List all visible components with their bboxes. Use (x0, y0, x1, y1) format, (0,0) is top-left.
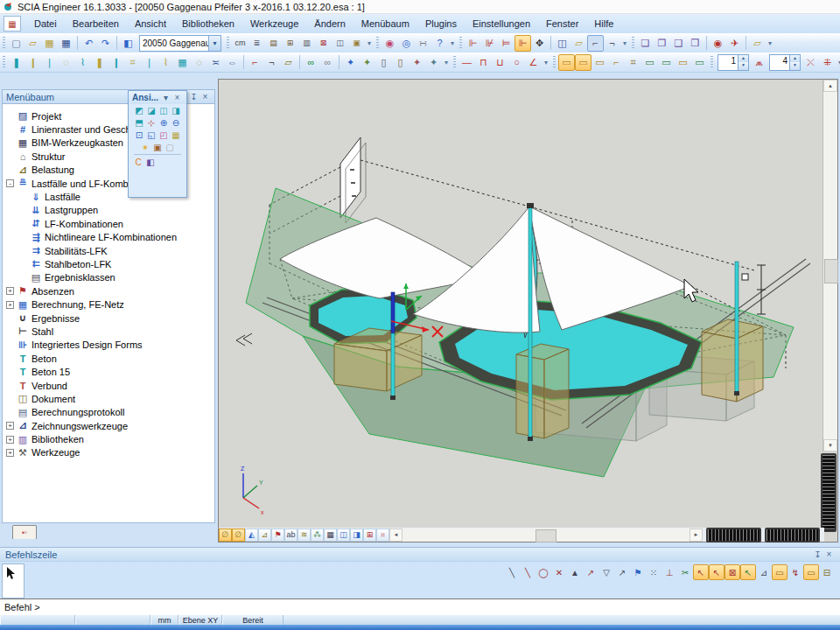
open-folder-icon[interactable]: ▱ (24, 35, 41, 52)
vertical-scrollbar[interactable]: ▲ ▼ (822, 80, 837, 452)
scroll-down-icon[interactable]: ▼ (823, 439, 837, 452)
bim-panel-icon[interactable]: ▭ (641, 54, 658, 71)
horizontal-pan-wheel-2[interactable] (765, 528, 820, 542)
bim-grid-icon[interactable]: ⌗ (625, 54, 641, 71)
dim-angle-icon[interactable]: ∠ (525, 54, 542, 71)
toolbar-overflow[interactable]: ▾ (836, 59, 840, 66)
bim-panel3-icon[interactable]: ▭ (675, 54, 691, 71)
reverse-icon[interactable]: ⇔ (224, 54, 241, 71)
tree-ergebnisse[interactable]: ∪ Ergebnisse (3, 312, 214, 325)
ucs-icon[interactable]: ⊹ (145, 116, 158, 129)
command-input[interactable]: Befehl > (0, 598, 840, 615)
snap-endpoint-icon[interactable]: ╲ (520, 564, 536, 580)
tree-beton15[interactable]: T Beton 15 (3, 365, 214, 378)
chevron-down-icon[interactable]: ▼ (208, 36, 220, 51)
snap-box1-icon[interactable]: ▭ (772, 564, 788, 580)
scroll-up-icon[interactable]: ▲ (823, 80, 837, 92)
select-plane-icon[interactable]: ▱ (280, 54, 297, 71)
dim-running-icon[interactable]: ⊓ (475, 54, 492, 71)
view-side-icon[interactable]: ◨ (170, 104, 182, 116)
tree-expander[interactable]: + (6, 449, 14, 457)
toolbar-grip[interactable] (227, 37, 229, 50)
cross-section-icon[interactable]: ▥ (298, 35, 315, 52)
tree-stabilitaets[interactable]: ⇉ Stabilitäts-LFK (3, 244, 214, 257)
tree-werkzeuge[interactable]: + ⚒ Werkzeuge (3, 446, 214, 459)
tree-stahlbeton[interactable]: ⇇ Stahlbeton-LFK (3, 257, 214, 270)
paste-special-icon[interactable]: ✦ (425, 54, 442, 71)
show-grid-icon[interactable]: ▦ (324, 528, 337, 542)
toolbar-grip[interactable] (710, 56, 713, 69)
snap-box2-icon[interactable]: ▭ (803, 564, 819, 580)
zoom-in-icon[interactable]: ⊕ (158, 116, 170, 129)
new-file-icon[interactable]: ▢ (8, 35, 24, 52)
paste-icon[interactable]: ▯ (392, 54, 409, 71)
filter-b-icon[interactable]: ¬ (604, 35, 620, 52)
track-cursor2-icon[interactable]: ↖ (709, 564, 724, 580)
snap-clear-icon[interactable]: ✕ (551, 564, 567, 580)
view-dialog-icon[interactable]: ◫ (337, 528, 350, 542)
scroll-right-icon[interactable]: ► (690, 528, 703, 542)
join-ends-icon[interactable]: ≍ (207, 54, 224, 71)
select-line-icon[interactable]: ⌐ (247, 54, 263, 71)
tree-expander[interactable]: + (6, 436, 14, 444)
view-top-icon[interactable]: ◪ (145, 104, 158, 116)
select-poly-icon[interactable]: ¬ (263, 54, 280, 71)
show-model-data-icon[interactable]: ⁂ (311, 528, 324, 542)
view-dialog2-icon[interactable]: ◨ (350, 528, 363, 542)
tree-berechnung[interactable]: + ▦ Berechnung, FE-Netz (3, 298, 214, 311)
toolbar-grip[interactable] (459, 37, 462, 50)
fe-mesh-icon[interactable]: ⊞ (363, 528, 376, 542)
add-rib-icon[interactable]: ⌇ (74, 54, 91, 71)
horizontal-pan-wheel-1[interactable] (706, 528, 761, 542)
viewport-3d-canvas[interactable]: Z Y x (219, 80, 824, 528)
menu-datei[interactable]: Datei (26, 18, 65, 29)
intersect-icon[interactable]: ◌ (191, 54, 207, 71)
measure-icon[interactable]: ∺ (415, 35, 431, 52)
horizontal-scroll-thumb[interactable] (536, 529, 556, 542)
camera-store-icon[interactable]: ▣ (151, 141, 164, 153)
tree-nichtlineare[interactable]: ⇶ Nichtlineare LF-Kombinationen (3, 231, 214, 244)
track-cursor3-icon[interactable]: ↖ (740, 564, 756, 580)
connect-member-icon[interactable]: ⌗ (124, 54, 141, 71)
connect-selected-icon[interactable]: ⊩ (514, 35, 531, 52)
snap-list-icon[interactable]: ⊟ (819, 564, 835, 580)
close-icon[interactable]: × (823, 550, 835, 559)
tree-expander[interactable]: - (6, 179, 14, 187)
tree-stahl[interactable]: ⊢ Stahl (3, 325, 214, 338)
compare-icon[interactable]: ⤬ (802, 54, 819, 71)
toolbar-overflow[interactable]: ▾ (448, 39, 457, 47)
display-spinner[interactable]: 4 ▲▼ (769, 54, 801, 71)
connect-nodes-icon[interactable]: ⊩ (465, 35, 481, 52)
show-load-labels-icon[interactable]: ⚑ (271, 528, 284, 542)
menu-plugins[interactable]: Plugins (417, 18, 465, 29)
menu-ansicht[interactable]: Ansicht (127, 18, 174, 29)
zoom-search-icon[interactable]: ◎ (398, 35, 415, 52)
tree-verbund[interactable]: T Verbund (3, 379, 214, 392)
dim-line-icon[interactable]: — (458, 54, 475, 71)
document-menu-icon[interactable]: ▦ (4, 16, 21, 32)
spinner-down-icon[interactable]: ▼ (790, 62, 800, 70)
tree-expander[interactable]: + (6, 287, 14, 295)
zoom-selection-icon[interactable]: ◰ (158, 129, 170, 141)
disconnect-nodes-icon[interactable]: ⊮ (481, 35, 498, 52)
snap-zigzag-icon[interactable]: ↯ (788, 564, 803, 580)
tree-dokument[interactable]: ◫ Dokument (3, 392, 214, 405)
dim-circle-icon[interactable]: ○ (508, 54, 525, 71)
catalog-icon[interactable]: ▤ (265, 35, 282, 52)
zoom-all-icon[interactable]: ◱ (145, 129, 158, 141)
spinner-up-icon[interactable]: ▲ (738, 55, 748, 63)
move-node-icon[interactable]: ✥ (531, 35, 548, 52)
view-iso-icon[interactable]: ◩ (133, 104, 145, 116)
zoom-out-icon[interactable]: ⊖ (170, 116, 182, 129)
scale-icon[interactable]: ⁜ (819, 54, 836, 71)
toolbar-overflow[interactable]: ▾ (442, 59, 451, 66)
toolbar-grip[interactable] (632, 37, 634, 50)
redo-icon[interactable]: ↷ (97, 35, 114, 52)
add-plate-icon[interactable]: ❘ (41, 54, 58, 71)
multicopy-icon[interactable]: ✦ (409, 54, 425, 71)
menubaum-tab[interactable]: ▪▫ (12, 525, 37, 539)
units-icon[interactable]: cm (232, 35, 248, 52)
send-model-icon[interactable]: ✈ (726, 35, 743, 52)
window-copy-icon[interactable]: ❐ (654, 35, 670, 52)
scale-spinner[interactable]: 1 ▲▼ (718, 54, 749, 71)
